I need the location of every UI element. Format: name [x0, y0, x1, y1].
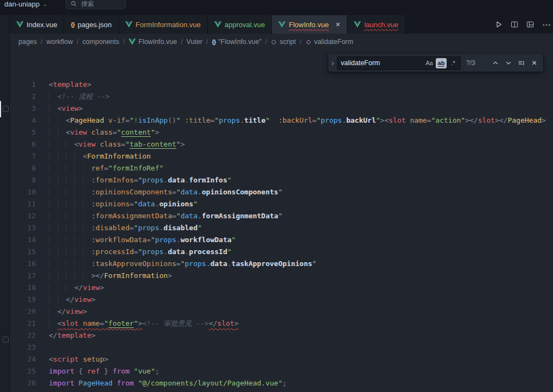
find-input[interactable]: [341, 59, 424, 67]
find-in-selection-button[interactable]: [516, 58, 527, 69]
code-line[interactable]: 14 :workflowData="props.workflowData": [10, 234, 553, 246]
chevron-right-icon: ›: [332, 59, 334, 67]
code-line[interactable]: 6 <view class="tab-content">: [10, 138, 553, 150]
code-text: :opinions="data.opinions": [36, 198, 198, 210]
line-number: 19: [10, 294, 36, 306]
title-bar: dan-uniapp ⌄ 搜索: [0, 0, 553, 15]
code-line[interactable]: 18 </view>: [10, 282, 553, 294]
editor-pane[interactable]: › Aaab.* ?/3 ✕ 1<template>2 <!-- 流程 -->3…: [10, 50, 553, 392]
code-line[interactable]: 13 :disabled="props.disabled": [10, 222, 553, 234]
breadcrumb-label: FlowInfo.vue: [138, 38, 177, 46]
more-actions-icon[interactable]: ⋯: [542, 20, 551, 30]
code-line[interactable]: 1<template>: [10, 79, 553, 91]
code-text: import PageHead from "@/components/layou…: [36, 377, 287, 389]
breadcrumb-item[interactable]: {}"FlowInfo.vue": [212, 38, 262, 46]
braces-icon: {}: [212, 39, 216, 45]
code-line[interactable]: 3 <view>: [10, 103, 553, 115]
code-text: <slot name="footer"><!-- 审批意见 --></slot>: [36, 318, 238, 330]
tab-label: FlowInfo.vue: [289, 21, 329, 29]
code-text: ref="formInfoRef": [36, 162, 163, 174]
code-line[interactable]: 9 :formInfos="props.data.formInfos": [10, 174, 553, 186]
code-text: </view>: [36, 282, 104, 294]
code-line[interactable]: 4 <PageHead v-if="!isInApp()" :title="pr…: [10, 115, 553, 127]
line-number: 6: [10, 138, 36, 150]
code-line[interactable]: 20 </view>: [10, 306, 553, 318]
breadcrumb-label: pages: [18, 38, 37, 46]
code-line[interactable]: 26import PageHead from "@/components/lay…: [10, 377, 553, 389]
code-text: import { ref } from "vue";: [36, 365, 160, 377]
run-button[interactable]: [495, 21, 503, 28]
line-number: 18: [10, 282, 36, 294]
tab-flowinfo-vue[interactable]: FlowInfo.vue✕: [272, 15, 347, 34]
code-line[interactable]: 19 </view>: [10, 294, 553, 306]
code-line[interactable]: 16 :taskApproveOpinions="props.data.task…: [10, 258, 553, 270]
find-widget: › Aaab.* ?/3 ✕: [328, 54, 544, 72]
line-number: 7: [10, 150, 36, 162]
tab-bar: Index.vue{}pages.jsonFormInformation.vue…: [10, 15, 553, 34]
breadcrumb-item[interactable]: script: [271, 38, 296, 46]
line-number: 23: [10, 342, 36, 353]
code-line[interactable]: 12 :formAssignmentData="data.formAssignm…: [10, 210, 553, 222]
breadcrumb-item[interactable]: components: [82, 38, 119, 46]
code-line[interactable]: 23: [10, 342, 553, 353]
code-text: :formAssignmentData="data.formAssignment…: [36, 210, 283, 222]
toggle-replace-button[interactable]: ›: [328, 54, 337, 72]
line-number: 8: [10, 162, 36, 174]
code-text: ></FormInformation>: [36, 270, 172, 282]
breadcrumb-item[interactable]: FlowInfo.vue: [129, 38, 177, 46]
activity-bar: [0, 15, 10, 392]
tab-launch-vue[interactable]: launch.vue: [347, 15, 405, 34]
code-line[interactable]: 24<script setup>: [10, 353, 553, 365]
code-text: :opinionsComponents="data.opinionsCompon…: [36, 186, 283, 198]
breadcrumb-item[interactable]: Vuter: [187, 38, 202, 46]
symbol-method-icon: [306, 39, 312, 45]
line-number: 25: [10, 365, 36, 377]
close-icon[interactable]: ✕: [335, 21, 340, 28]
code-text: <view class="content">: [36, 127, 160, 138]
regex-toggle-label: .*: [451, 60, 455, 66]
code-line[interactable]: 8 ref="formInfoRef": [10, 162, 553, 174]
breadcrumb-item[interactable]: pages: [18, 38, 37, 46]
tab-index-vue[interactable]: Index.vue: [10, 15, 64, 34]
close-find-button[interactable]: ✕: [529, 58, 540, 69]
tab-pages-json[interactable]: {}pages.json: [64, 15, 118, 34]
code-text: <view class="tab-content">: [36, 138, 185, 150]
breadcrumb-separator: /: [41, 38, 42, 46]
breadcrumb-item[interactable]: workflow: [47, 38, 73, 46]
vscode-window: dan-uniapp ⌄ 搜索 Index.vue{}pages.jsonFor…: [0, 0, 553, 392]
code-line[interactable]: 22</template>: [10, 330, 553, 342]
code-line[interactable]: 25import { ref } from "vue";: [10, 365, 553, 377]
code-text: <PageHead v-if="!isInApp()" :title="prop…: [36, 115, 546, 127]
code-line[interactable]: 2 <!-- 流程 -->: [10, 91, 553, 103]
workspace-name[interactable]: dan-uniapp: [4, 0, 40, 8]
panel-icon[interactable]: [3, 337, 9, 343]
tab-approval-vue[interactable]: approval.vue: [208, 15, 272, 34]
code-line[interactable]: 21 <slot name="footer"><!-- 审批意见 --></sl…: [10, 318, 553, 330]
vue-icon: [129, 39, 136, 45]
tab-forminformation-vue[interactable]: FormInformation.vue: [119, 15, 208, 34]
previous-match-button[interactable]: [490, 58, 501, 69]
code-line[interactable]: 15 :processId="props.data.processId": [10, 246, 553, 258]
code-line[interactable]: 10 :opinionsComponents="data.opinionsCom…: [10, 186, 553, 198]
split-editor-button[interactable]: [511, 21, 518, 28]
layout-button[interactable]: [526, 21, 534, 28]
code-line[interactable]: 17 ></FormInformation>: [10, 270, 553, 282]
activity-bar-icon[interactable]: [3, 106, 9, 112]
line-number: 14: [10, 234, 36, 246]
code-line[interactable]: 5 <view class="content">: [10, 127, 553, 138]
whole-word-toggle[interactable]: ab: [436, 58, 447, 68]
global-search-box[interactable]: 搜索: [66, 0, 126, 9]
breadcrumb-separator: /: [206, 38, 208, 46]
code-line[interactable]: 7 <FormInformation: [10, 150, 553, 162]
next-match-button[interactable]: [503, 58, 514, 69]
breadcrumb-item[interactable]: validateForm: [306, 38, 353, 46]
regex-toggle[interactable]: .*: [448, 58, 459, 68]
tab-label: FormInformation.vue: [136, 21, 201, 29]
code-text: </template>: [36, 330, 96, 342]
code-text: <view>: [36, 103, 83, 115]
code-text: <template>: [36, 79, 91, 91]
match-case-toggle[interactable]: Aa: [424, 58, 435, 68]
code-line[interactable]: 11 :opinions="data.opinions": [10, 198, 553, 210]
code-text: :disabled="props.disabled": [36, 222, 202, 234]
code-text: </view>: [36, 306, 87, 318]
